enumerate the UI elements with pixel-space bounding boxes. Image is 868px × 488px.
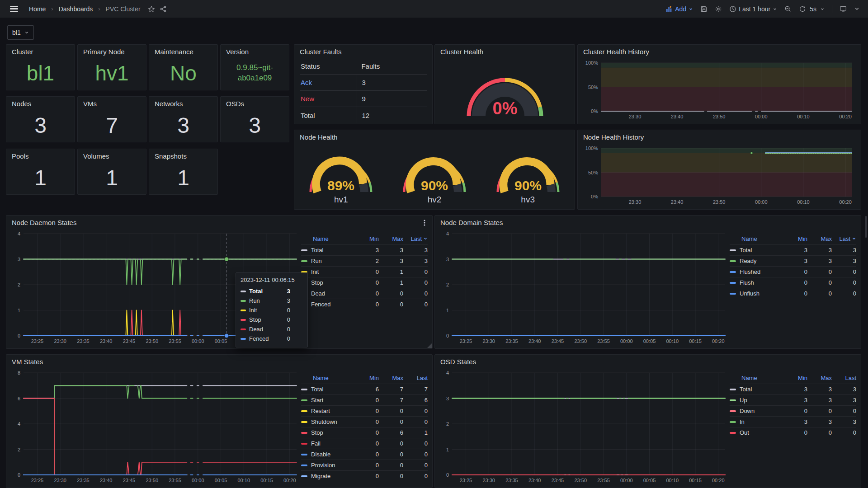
- legend-series-flushed[interactable]: Flushed: [730, 268, 783, 275]
- legend-max-value: 0: [379, 301, 403, 308]
- svg-text:00:10: 00:10: [797, 199, 810, 205]
- legend-series-stop[interactable]: Stop: [301, 279, 354, 286]
- legend-col-max[interactable]: Max: [379, 235, 403, 242]
- tooltip-series-name: Stop: [249, 316, 261, 323]
- legend-col-min[interactable]: Min: [783, 235, 807, 242]
- legend-series-fenced[interactable]: Fenced: [301, 301, 354, 308]
- page-scrollbar[interactable]: [865, 216, 867, 238]
- svg-text:3: 3: [446, 257, 449, 262]
- legend-series-ready[interactable]: Ready: [730, 258, 783, 264]
- legend-series-dead[interactable]: Dead: [301, 290, 354, 297]
- legend-series-total[interactable]: Total: [730, 386, 783, 393]
- save-dashboard-icon[interactable]: [700, 5, 708, 13]
- legend-col-last[interactable]: Last: [832, 235, 856, 242]
- legend-col-max[interactable]: Max: [379, 375, 403, 381]
- star-icon[interactable]: [148, 5, 155, 13]
- legend-row-provision: Provision000: [301, 460, 428, 470]
- vm-states-chart[interactable]: 0246823:2523:3023:3523:4023:4523:5023:55…: [11, 368, 301, 485]
- legend-last-value: 3: [832, 418, 856, 425]
- legend-col-max[interactable]: Max: [807, 375, 832, 381]
- legend-series-migrate[interactable]: Migrate: [301, 473, 354, 479]
- svg-text:00:15: 00:15: [689, 338, 702, 344]
- legend-min-value: 3: [354, 247, 379, 253]
- legend-row-stop: Stop061: [301, 427, 428, 438]
- legend-last-value: 0: [403, 279, 428, 286]
- legend-min-value: 6: [354, 386, 379, 393]
- time-range-picker[interactable]: Last 1 hour: [729, 5, 777, 13]
- legend-col-min[interactable]: Min: [783, 375, 807, 381]
- legend-last-value: 6: [403, 397, 428, 404]
- series-color-swatch: [241, 328, 246, 330]
- breadcrumb-home[interactable]: Home: [29, 5, 46, 13]
- legend-col-last[interactable]: Last: [832, 375, 856, 381]
- svg-text:23:45: 23:45: [552, 478, 564, 483]
- menu-icon[interactable]: [8, 4, 20, 14]
- share-icon[interactable]: [160, 5, 167, 13]
- legend-series-total[interactable]: Total: [301, 247, 354, 253]
- legend-max-value: 3: [807, 258, 832, 264]
- series-color-swatch: [730, 399, 736, 401]
- node-health-history-chart[interactable]: 0%50%100%23:3023:4023:5000:0000:1000:20: [582, 144, 856, 206]
- legend-series-total[interactable]: Total: [301, 386, 354, 393]
- legend-series-stop[interactable]: Stop: [301, 429, 354, 436]
- panel-title: Cluster Health: [435, 45, 575, 58]
- legend-col-last[interactable]: Last: [403, 235, 428, 242]
- variable-dropdown-cluster[interactable]: bl1: [7, 25, 34, 40]
- legend-col-name[interactable]: Name: [730, 235, 783, 242]
- legend-last-value: 0: [832, 429, 856, 436]
- panel-menu-icon[interactable]: [421, 219, 428, 226]
- faults-row-total: Total12: [300, 107, 427, 123]
- tooltip-series-name: Dead: [249, 326, 263, 333]
- legend-min-value: 0: [783, 268, 807, 275]
- tooltip-series-value: 3: [287, 288, 303, 295]
- legend-series-shutdown[interactable]: Shutdown: [301, 418, 354, 425]
- osd-states-chart[interactable]: 0123423:2523:3023:3523:4023:4523:5023:55…: [439, 368, 730, 485]
- legend-col-max[interactable]: Max: [807, 235, 832, 242]
- legend-series-in[interactable]: In: [730, 418, 783, 425]
- refresh-icon[interactable]: [799, 5, 806, 13]
- legend-series-up[interactable]: Up: [730, 397, 783, 404]
- legend-series-start[interactable]: Start: [301, 397, 354, 404]
- legend-series-out[interactable]: Out: [730, 429, 783, 436]
- tooltip-series-value: 0: [287, 307, 303, 314]
- legend-last-value: 3: [403, 247, 428, 253]
- legend-series-run[interactable]: Run: [301, 258, 354, 264]
- legend-series-total[interactable]: Total: [730, 247, 783, 253]
- vm-states-legend: NameMinMaxLastTotal677Start076Restart000…: [301, 368, 428, 485]
- faults-col-faults[interactable]: Faults: [357, 58, 427, 74]
- stat-value: 3: [149, 108, 217, 142]
- stat-value: 3: [221, 108, 289, 142]
- svg-text:23:30: 23:30: [54, 478, 66, 483]
- legend-series-down[interactable]: Down: [730, 408, 783, 414]
- legend-col-name[interactable]: Name: [301, 235, 354, 242]
- legend-series-disable[interactable]: Disable: [301, 451, 354, 458]
- panel-resize-handle[interactable]: [427, 343, 432, 348]
- faults-col-status[interactable]: Status: [300, 62, 357, 70]
- legend-series-fail[interactable]: Fail: [301, 440, 354, 447]
- zoom-out-icon[interactable]: [784, 5, 792, 13]
- variable-value: bl1: [12, 29, 21, 36]
- collapse-toolbar-icon[interactable]: [854, 6, 860, 12]
- legend-series-init[interactable]: Init: [301, 268, 354, 275]
- tooltip-row-fenced: Fenced0: [241, 334, 303, 343]
- add-button[interactable]: Add: [665, 5, 693, 13]
- legend-series-restart[interactable]: Restart: [301, 408, 354, 414]
- tv-mode-icon[interactable]: [840, 5, 847, 13]
- legend-series-flush[interactable]: Flush: [730, 279, 783, 286]
- node-domain-states-chart[interactable]: 0123423:2523:3023:3523:4023:4523:5023:55…: [439, 229, 730, 346]
- legend-col-min[interactable]: Min: [354, 235, 379, 242]
- svg-text:100%: 100%: [585, 145, 598, 151]
- cluster-health-history-chart[interactable]: 0%50%100%23:3023:4023:5000:0000:1000:20: [582, 58, 856, 121]
- settings-gear-icon[interactable]: [715, 5, 722, 13]
- legend-col-min[interactable]: Min: [354, 375, 379, 381]
- legend-series-unflush[interactable]: Unflush: [730, 290, 783, 297]
- add-panel-icon: [665, 5, 673, 13]
- stat-panel-networks: Networks3: [149, 96, 218, 142]
- refresh-picker[interactable]: 5s: [799, 5, 825, 13]
- legend-col-last[interactable]: Last: [403, 375, 428, 381]
- breadcrumb-dashboards[interactable]: Dashboards: [59, 5, 93, 13]
- legend-row-fenced: Fenced000: [301, 299, 428, 310]
- legend-col-name[interactable]: Name: [301, 375, 354, 381]
- legend-col-name[interactable]: Name: [730, 375, 783, 381]
- legend-series-provision[interactable]: Provision: [301, 462, 354, 469]
